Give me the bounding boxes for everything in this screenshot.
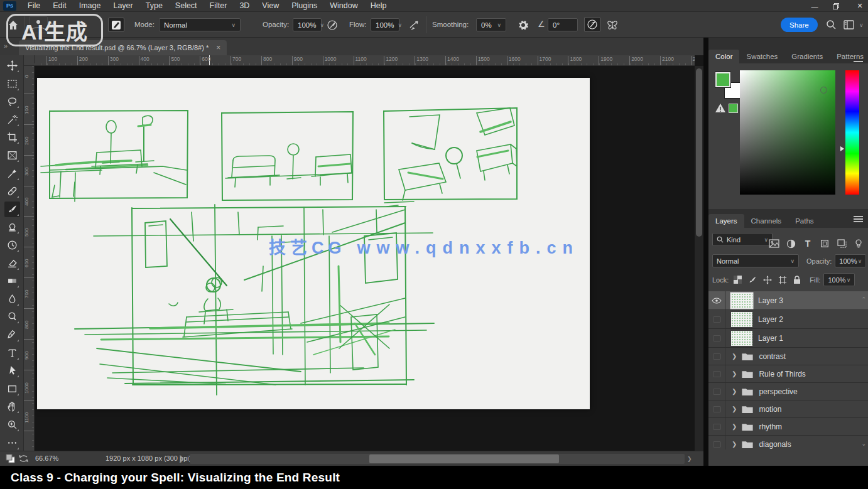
layer-row-perspective[interactable]: ❯perspective: [708, 383, 868, 400]
lock-all-icon[interactable]: [793, 276, 801, 284]
tab-overflow-icon[interactable]: »: [4, 42, 7, 50]
type-tool[interactable]: [4, 345, 20, 361]
gradient-tool[interactable]: [4, 273, 20, 289]
menu-window[interactable]: Window: [323, 0, 364, 12]
panel-menu-icon[interactable]: [854, 216, 863, 222]
lock-artboard-icon[interactable]: [778, 276, 787, 284]
visibility-toggle[interactable]: [708, 400, 725, 417]
menu-image[interactable]: Image: [73, 0, 107, 12]
menu-filter[interactable]: Filter: [203, 0, 234, 12]
spot-healing-tool[interactable]: [4, 183, 20, 199]
hand-tool[interactable]: [4, 399, 20, 414]
layer-thumbnail[interactable]: [731, 293, 752, 308]
symmetry-butterfly-icon[interactable]: [605, 18, 619, 31]
mini-color-swatches-icon[interactable]: [6, 454, 16, 464]
color-field-cursor[interactable]: [820, 87, 827, 94]
horizontal-scrollbar[interactable]: [190, 454, 685, 464]
frame-tool[interactable]: [4, 148, 20, 163]
scroll-up-icon[interactable]: ⌃: [861, 296, 866, 303]
menu-3d[interactable]: 3D: [233, 0, 256, 12]
filter-type-layers-icon[interactable]: T: [802, 238, 813, 249]
search-icon[interactable]: [824, 18, 838, 31]
brush-angle-input[interactable]: 0°: [548, 18, 578, 31]
pen-tool[interactable]: [4, 327, 20, 343]
lasso-tool[interactable]: [4, 94, 20, 109]
clone-stamp-tool[interactable]: [4, 219, 20, 235]
blur-tool[interactable]: [4, 291, 20, 307]
lock-transparency-icon[interactable]: [734, 276, 742, 284]
vertical-scrollbar[interactable]: [695, 66, 703, 451]
minimize-button[interactable]: —: [810, 3, 819, 10]
lock-position-icon[interactable]: [763, 276, 772, 284]
group-expand-icon[interactable]: ❯: [732, 370, 737, 377]
layer-thumbnail[interactable]: [731, 312, 752, 327]
visibility-toggle[interactable]: [708, 383, 725, 400]
ruler-corner[interactable]: [24, 55, 35, 66]
color-field[interactable]: [740, 70, 835, 195]
menu-layer[interactable]: Layer: [107, 0, 139, 12]
group-expand-icon[interactable]: ❯: [732, 406, 737, 412]
menu-help[interactable]: Help: [364, 0, 393, 12]
path-selection-tool[interactable]: [4, 363, 20, 379]
layer-row-layer-2[interactable]: Layer 2: [708, 310, 868, 329]
menu-plugins[interactable]: Plugins: [285, 0, 323, 12]
visibility-toggle[interactable]: [708, 436, 725, 449]
tab-paths[interactable]: Paths: [788, 214, 820, 228]
layer-row-contrast[interactable]: ❯contrast: [708, 348, 868, 365]
edit-toolbar-tool[interactable]: [4, 435, 20, 451]
hue-slider[interactable]: [845, 70, 859, 195]
history-brush-tool[interactable]: [4, 237, 20, 253]
smoothing-gear-icon[interactable]: [516, 18, 530, 31]
toggle-brush-panel-icon[interactable]: [108, 18, 124, 32]
flow-select[interactable]: 100%∨: [371, 18, 399, 31]
zoom-tool[interactable]: [4, 417, 20, 433]
filter-shape-layers-icon[interactable]: [819, 238, 830, 249]
layer-filter-select[interactable]: Kind∨: [712, 233, 773, 246]
gamut-warning-icon[interactable]: [715, 103, 726, 113]
vertical-scrollbar-thumb[interactable]: [696, 68, 702, 237]
smoothing-select[interactable]: 0%∨: [476, 18, 506, 31]
brush-tool[interactable]: [4, 202, 20, 217]
blend-mode-select[interactable]: Normal∨: [712, 254, 799, 267]
visibility-toggle[interactable]: [708, 365, 725, 382]
gamut-color-swatch[interactable]: [729, 104, 738, 113]
group-expand-icon[interactable]: ❯: [732, 441, 737, 448]
visibility-toggle[interactable]: [708, 310, 725, 328]
eraser-tool[interactable]: [4, 255, 20, 271]
tab-channels[interactable]: Channels: [744, 214, 789, 228]
swap-colors-icon[interactable]: [19, 454, 28, 463]
scroll-down-icon[interactable]: ⌄: [861, 441, 866, 447]
lock-pixels-icon[interactable]: [748, 276, 757, 284]
chevron-down-icon[interactable]: ∨: [859, 22, 864, 28]
tab-gradients[interactable]: Gradients: [784, 50, 830, 63]
restore-button[interactable]: [833, 3, 842, 9]
visibility-toggle[interactable]: [708, 418, 725, 435]
move-tool[interactable]: [4, 58, 20, 73]
dodge-tool[interactable]: [4, 309, 20, 325]
mode-select[interactable]: Normal∨: [159, 18, 241, 31]
menu-edit[interactable]: Edit: [46, 0, 73, 12]
foreground-color-swatch[interactable]: [715, 72, 731, 88]
airbrush-icon[interactable]: [407, 18, 421, 31]
rectangle-tool[interactable]: [4, 381, 20, 397]
group-expand-icon[interactable]: ❯: [732, 353, 737, 360]
share-button[interactable]: Share: [781, 18, 818, 32]
layer-row-rhythm[interactable]: ❯rhythm: [708, 418, 868, 436]
layer-row-rule-of-thirds[interactable]: ❯Rule of Thirds: [708, 365, 868, 383]
filter-smart-objects-icon[interactable]: [836, 238, 847, 249]
layer-row-layer-1[interactable]: Layer 1: [708, 329, 868, 348]
group-expand-icon[interactable]: ❯: [732, 388, 737, 395]
zoom-level[interactable]: 66.67%: [35, 454, 58, 462]
object-selection-tool[interactable]: [4, 112, 20, 127]
layer-row-motion[interactable]: ❯motion: [708, 400, 868, 418]
layer-fill-select[interactable]: 100%∨: [823, 273, 855, 286]
opacity-select[interactable]: 100%∨: [293, 18, 322, 31]
hue-slider-marker[interactable]: [840, 146, 844, 151]
filter-adjustment-layers-icon[interactable]: [785, 238, 796, 249]
eyedropper-tool[interactable]: [4, 166, 20, 181]
menu-type[interactable]: Type: [139, 0, 169, 12]
menu-file[interactable]: File: [21, 0, 46, 12]
status-chevron-icon[interactable]: ❯: [178, 454, 184, 463]
workspace-icon[interactable]: [842, 18, 855, 31]
pressure-size-icon[interactable]: [584, 17, 600, 32]
